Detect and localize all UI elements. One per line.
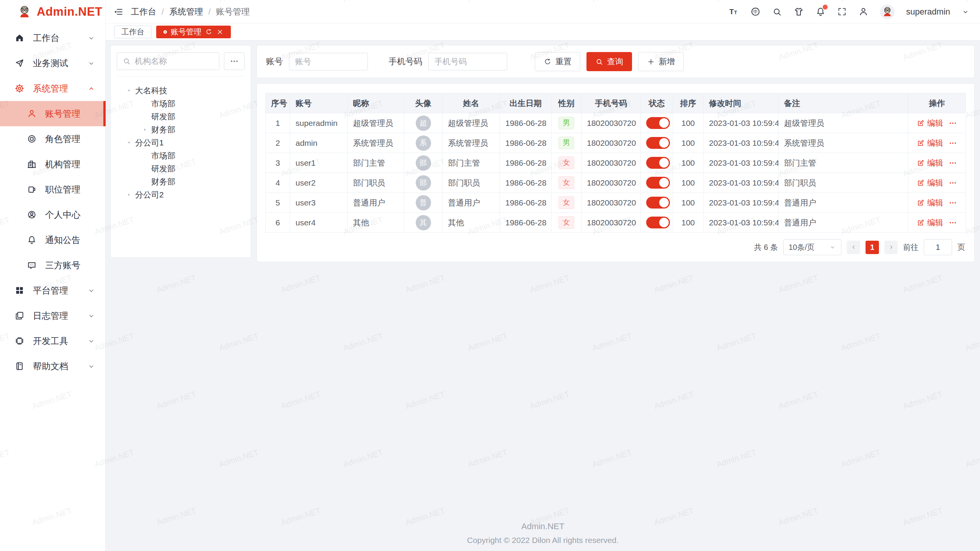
tab-item[interactable]: 工作台 xyxy=(114,26,152,38)
reset-button[interactable]: 重置 xyxy=(535,52,580,71)
cell-avatar: 超 xyxy=(404,113,443,133)
row-more-button[interactable] xyxy=(949,159,957,167)
query-button[interactable]: 查询 xyxy=(586,52,632,71)
org-search-input[interactable]: 机构名称 xyxy=(117,52,219,70)
status-toggle[interactable] xyxy=(646,177,670,189)
row-more-button[interactable] xyxy=(949,119,957,127)
tab-close-icon[interactable] xyxy=(216,28,224,36)
sidebar-item-org-mgmt[interactable]: 机构管理 xyxy=(0,152,105,177)
sidebar-item-personal-center[interactable]: 个人中心 xyxy=(0,202,105,227)
row-avatar: 超 xyxy=(416,116,431,131)
user-icon[interactable] xyxy=(858,7,869,17)
account-input[interactable]: 账号 xyxy=(289,53,368,70)
sidebar-item-notice[interactable]: 通知公告 xyxy=(0,227,105,253)
sidebar-item-account-mgmt[interactable]: 账号管理 xyxy=(0,101,105,126)
cell-mtime: 2023-01-03 10:59:44 xyxy=(704,213,779,233)
tree-node[interactable]: 分公司1 xyxy=(117,136,245,149)
sidebar-item-dev-tools[interactable]: 开发工具 xyxy=(0,328,105,354)
tab-active[interactable]: 账号管理 xyxy=(156,26,231,38)
tree-node[interactable]: 财务部 xyxy=(117,175,245,188)
tree-node[interactable]: 财务部 xyxy=(117,123,245,136)
tab-refresh-icon[interactable] xyxy=(205,28,212,36)
edit-button[interactable]: 编辑 xyxy=(917,197,943,208)
notification-bell-icon[interactable] xyxy=(815,7,826,17)
tree-node-label: 市场部 xyxy=(151,98,175,109)
sidebar-item-system-mgmt[interactable]: 系统管理 xyxy=(0,76,105,101)
prev-page-button[interactable] xyxy=(847,241,860,254)
cell-nickname: 超级管理员 xyxy=(348,113,404,133)
sidebar-item-label: 通知公告 xyxy=(45,234,80,246)
sidebar-item-business-test[interactable]: 业务测试 xyxy=(0,51,105,76)
tree-node[interactable]: 大名科技 xyxy=(117,84,245,97)
row-more-button[interactable] xyxy=(949,218,957,227)
search-icon[interactable] xyxy=(772,7,782,17)
cell-birth: 1986-06-28 xyxy=(500,113,552,133)
caret-down-icon[interactable] xyxy=(126,140,132,145)
cell-remark: 系统管理员 xyxy=(779,133,908,153)
status-toggle[interactable] xyxy=(646,197,670,209)
cell-order: 100 xyxy=(673,113,704,133)
sidebar-item-platform-mgmt[interactable]: 平台管理 xyxy=(0,278,105,303)
row-more-button[interactable] xyxy=(949,199,957,207)
sidebar-item-help-docs[interactable]: 帮助文档 xyxy=(0,354,105,379)
sidebar-item-log-mgmt[interactable]: 日志管理 xyxy=(0,303,105,328)
sidebar-item-third-account[interactable]: 三方账号 xyxy=(0,253,105,278)
sidebar-item-label: 帮助文档 xyxy=(33,360,68,372)
fullscreen-icon[interactable] xyxy=(837,7,847,16)
column-header: 备注 xyxy=(779,93,908,113)
caret-right-icon[interactable] xyxy=(142,127,148,132)
breadcrumb-item[interactable]: 系统管理 xyxy=(169,6,203,18)
tree-node[interactable]: 市场部 xyxy=(117,97,245,110)
caret-down-icon[interactable] xyxy=(126,88,132,93)
next-page-button[interactable] xyxy=(884,241,898,254)
edit-icon xyxy=(917,199,924,207)
user-avatar[interactable] xyxy=(880,5,895,19)
phone-input[interactable]: 手机号码 xyxy=(428,53,507,70)
username[interactable]: superadmin xyxy=(906,7,950,17)
row-more-button[interactable] xyxy=(949,139,957,147)
edit-button[interactable]: 编辑 xyxy=(917,138,943,148)
sidebar-item-role-mgmt[interactable]: 角色管理 xyxy=(0,126,105,152)
sidebar-item-position-mgmt[interactable]: 职位管理 xyxy=(0,177,105,202)
tree-more-button[interactable] xyxy=(224,52,245,70)
font-size-icon[interactable]: TT xyxy=(728,7,739,17)
edit-icon xyxy=(917,219,924,227)
tab-label: 账号管理 xyxy=(171,27,201,37)
row-avatar: 部 xyxy=(416,175,431,191)
add-button[interactable]: 新增 xyxy=(638,52,684,71)
cell-avatar: 其 xyxy=(404,213,443,233)
page-size-select[interactable]: 10条/页 xyxy=(783,239,841,255)
tree-node[interactable]: 研发部 xyxy=(117,162,245,175)
page-1-button[interactable]: 1 xyxy=(866,241,879,254)
cell-gender: 男 xyxy=(552,133,581,153)
tree-node[interactable]: 市场部 xyxy=(117,149,245,162)
status-toggle[interactable] xyxy=(646,137,670,149)
main-column: 工作台/系统管理/账号管理 TT 中 superadmin 工作台账号管理 xyxy=(106,0,980,551)
tree-node[interactable]: 分公司2 xyxy=(117,188,245,201)
edit-button[interactable]: 编辑 xyxy=(917,118,943,129)
caret-right-icon[interactable] xyxy=(126,192,132,197)
row-more-button[interactable] xyxy=(949,179,957,187)
cell-phone: 18020030720 xyxy=(581,113,641,133)
notification-badge xyxy=(823,5,828,10)
org-tree-toolbar: 机构名称 xyxy=(117,52,245,70)
row-avatar: 部 xyxy=(416,155,431,171)
gender-tag: 女 xyxy=(559,176,574,189)
breadcrumb-item[interactable]: 工作台 xyxy=(131,6,156,18)
chevron-down-icon[interactable] xyxy=(962,8,969,16)
edit-button[interactable]: 编辑 xyxy=(917,217,943,228)
status-toggle[interactable] xyxy=(646,157,670,169)
goto-page-input[interactable]: 1 xyxy=(924,239,952,255)
tree-node[interactable]: 研发部 xyxy=(117,110,245,123)
edit-button[interactable]: 编辑 xyxy=(917,158,943,168)
search-icon xyxy=(595,58,603,66)
menu-fold-icon[interactable] xyxy=(113,7,123,17)
sidebar-item-workbench[interactable]: 工作台 xyxy=(0,25,105,51)
status-toggle[interactable] xyxy=(646,217,670,228)
edit-button[interactable]: 编辑 xyxy=(917,178,943,188)
cell-account: superadmin xyxy=(290,113,348,133)
theme-shirt-icon[interactable] xyxy=(794,7,804,17)
log-icon xyxy=(15,311,24,321)
status-toggle[interactable] xyxy=(646,117,670,129)
language-icon[interactable]: 中 xyxy=(750,7,761,17)
